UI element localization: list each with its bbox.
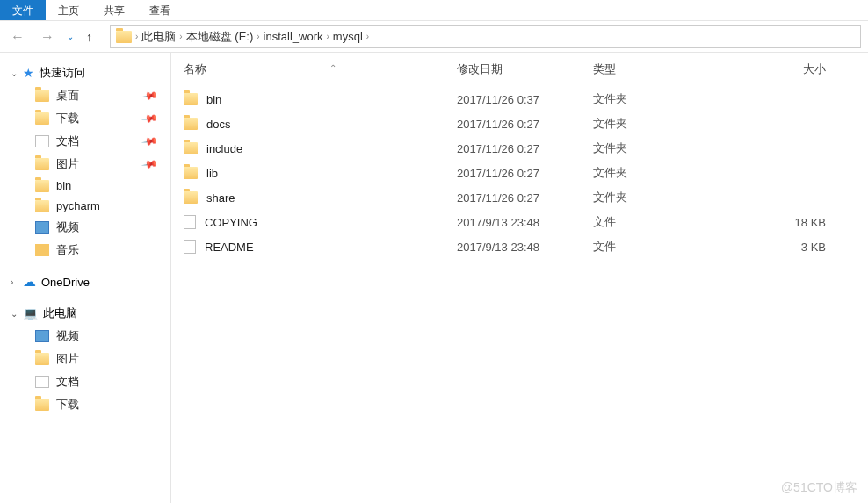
sidebar-item[interactable]: 下载 [0,393,170,416]
column-date[interactable]: 修改日期 [457,61,593,77]
file-type: 文件夹 [593,165,742,181]
folder-icon [35,90,49,102]
file-row[interactable]: README2017/9/13 23:48文件3 KB [180,234,859,259]
file-date: 2017/11/26 0:27 [457,142,593,155]
media-icon [35,221,49,234]
chevron-right-icon[interactable]: › [135,32,138,41]
file-row[interactable]: docs2017/11/26 0:27文件夹 [180,111,859,136]
file-row[interactable]: share2017/11/26 0:27文件夹 [180,185,859,210]
sidebar-item-label: 文档 [56,374,79,390]
tab-home[interactable]: 主页 [46,0,91,20]
pin-icon: 📌 [141,155,158,173]
breadcrumb-drive[interactable]: 本地磁盘 (E:) [186,29,254,45]
navigation-bar: ← → ⌄ ↑ › 此电脑 › 本地磁盘 (E:) › install_work… [0,21,868,53]
tab-view[interactable]: 查看 [137,0,183,20]
sidebar-item[interactable]: bin [0,176,170,196]
file-date: 2017/11/26 0:37 [457,93,593,106]
sort-asc-icon: ⌃ [329,63,336,73]
sidebar-item-label: bin [56,179,71,192]
file-type: 文件夹 [593,116,742,132]
file-icon [184,240,196,254]
sidebar-label: OneDrive [41,276,90,289]
chevron-right-icon[interactable]: › [327,32,329,41]
column-headers: 名称⌃ 修改日期 类型 大小 [180,56,859,83]
folder-icon [35,112,49,125]
file-row[interactable]: lib2017/11/26 0:27文件夹 [180,161,859,185]
sidebar-item[interactable]: 文档📌 [0,130,170,153]
file-date: 2017/11/26 0:27 [457,191,593,205]
file-name: include [206,142,242,155]
breadcrumb-pc[interactable]: 此电脑 [141,29,176,45]
file-name: COPYING [205,216,257,229]
pin-icon: 📌 [141,133,158,150]
sidebar-item[interactable]: 图片📌 [0,153,170,176]
sidebar-quick-access-header[interactable]: ⌄ ★ 快速访问 [0,61,170,84]
up-icon[interactable]: ↑ [83,30,96,44]
file-size: 18 KB [742,216,826,229]
caret-icon: ⌄ [11,68,18,78]
folder-icon [184,191,198,204]
breadcrumb-dir1[interactable]: install_work [264,30,323,43]
folder-icon [184,167,198,179]
file-row[interactable]: bin2017/11/26 0:37文件夹 [180,87,859,111]
caret-icon: ⌄ [11,309,18,319]
sidebar-item-label: 图片 [56,351,79,367]
breadcrumb-dir2[interactable]: mysql [333,30,363,43]
file-type: 文件夹 [593,140,742,156]
sidebar-item-label: 视频 [56,219,79,235]
tab-file[interactable]: 文件 [0,0,46,20]
sidebar-item[interactable]: 音乐 [0,239,170,262]
file-type: 文件 [593,239,742,255]
file-rows: bin2017/11/26 0:37文件夹docs2017/11/26 0:27… [180,83,859,259]
sidebar-item-label: 视频 [56,328,79,344]
file-date: 2017/11/26 0:27 [457,167,593,180]
sidebar-item[interactable]: 图片 [0,348,170,370]
tab-share[interactable]: 共享 [91,0,137,20]
sidebar-item-label: 文档 [56,133,79,149]
folder-icon [35,353,49,365]
pc-icon: 💻 [23,306,38,320]
sidebar-item-label: 音乐 [56,242,79,258]
file-icon [184,215,196,229]
ribbon-tabs: 文件 主页 共享 查看 [0,0,868,21]
file-row[interactable]: COPYING2017/9/13 23:48文件18 KB [180,210,859,234]
address-bar[interactable]: › 此电脑 › 本地磁盘 (E:) › install_work › mysql… [110,25,861,48]
sidebar-onedrive-header[interactable]: › ☁ OneDrive [0,270,170,293]
file-name: README [205,241,254,254]
pin-icon: 📌 [141,110,158,127]
sidebar-item[interactable]: pycharm [0,196,170,216]
column-type[interactable]: 类型 [593,61,742,77]
back-icon[interactable]: ← [7,29,28,45]
pin-icon: 📌 [141,87,158,104]
column-name[interactable]: 名称⌃ [180,61,457,77]
file-list-area: 名称⌃ 修改日期 类型 大小 bin2017/11/26 0:37文件夹docs… [171,53,868,503]
document-icon [35,376,49,388]
file-type: 文件夹 [593,190,742,205]
column-size[interactable]: 大小 [742,61,826,77]
sidebar-item[interactable]: 桌面📌 [0,84,170,107]
folder-icon [35,180,49,192]
folder-icon [35,158,49,170]
chevron-right-icon[interactable]: › [366,32,369,41]
file-size: 3 KB [742,241,826,254]
chevron-right-icon[interactable]: › [257,32,259,41]
sidebar-item[interactable]: 下载📌 [0,107,170,130]
sidebar-label: 此电脑 [43,305,77,321]
history-chevron-icon[interactable]: ⌄ [67,32,74,41]
sidebar-label: 快速访问 [40,65,85,81]
forward-icon[interactable]: → [37,29,58,45]
sidebar-onedrive: › ☁ OneDrive [0,270,170,293]
sidebar-item[interactable]: 文档 [0,370,170,393]
chevron-right-icon[interactable]: › [179,32,182,41]
file-name: docs [206,118,230,131]
sidebar-thispc-header[interactable]: ⌄ 💻 此电脑 [0,302,170,325]
file-name: lib [206,167,218,180]
folder-icon [116,31,132,43]
file-row[interactable]: include2017/11/26 0:27文件夹 [180,136,859,161]
sidebar-item[interactable]: 视频 [0,325,170,348]
sidebar-item-label: pycharm [56,199,100,212]
star-icon: ★ [23,66,34,80]
music-icon [35,244,49,256]
file-type: 文件 [593,214,742,230]
sidebar-item[interactable]: 视频 [0,216,170,239]
